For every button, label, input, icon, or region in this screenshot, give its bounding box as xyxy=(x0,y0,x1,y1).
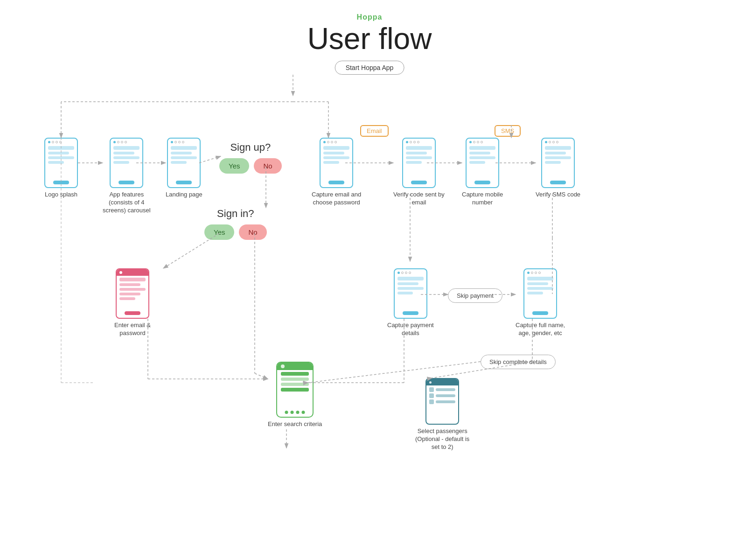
phone-app-features xyxy=(110,138,143,188)
label-verify-sms: Verify SMS code xyxy=(536,191,580,199)
node-verify-sms: Verify SMS code xyxy=(536,138,580,199)
phone-capture-mobile xyxy=(466,138,499,188)
node-capture-email: Capture email andchoose password xyxy=(312,138,361,207)
skip-complete-button[interactable]: Skip complete details xyxy=(481,355,556,369)
label-capture-fullname: Capture full name,age, gender, etc xyxy=(516,322,565,337)
sms-tag-container: SMS xyxy=(495,125,521,137)
flow-arrows xyxy=(0,0,739,560)
phone-enter-email-pw xyxy=(116,268,149,319)
signup-no[interactable]: No xyxy=(254,158,281,174)
label-landing-page: Landing page xyxy=(166,191,202,199)
email-tag-container: Email xyxy=(360,125,389,137)
node-verify-email: Verify code sent byemail xyxy=(393,138,445,207)
phone-passengers xyxy=(425,378,459,425)
label-select-passengers: Select passengers(Optional - default iss… xyxy=(415,427,469,451)
node-capture-payment: Capture paymentdetails xyxy=(387,268,434,337)
label-enter-email-pw: Enter email &password xyxy=(114,322,151,337)
label-verify-email: Verify code sent byemail xyxy=(393,191,445,207)
skip-payment-button[interactable]: Skip payment xyxy=(448,288,502,303)
phone-capture-payment xyxy=(394,268,427,319)
node-logo-splash: Logo splash xyxy=(44,138,78,199)
label-app-features: App features(consists of 4screens) carou… xyxy=(103,191,151,215)
node-enter-email-pw: Enter email &password xyxy=(114,268,151,337)
node-capture-mobile: Capture mobilenumber xyxy=(462,138,503,207)
label-logo-splash: Logo splash xyxy=(45,191,77,199)
phone-landing xyxy=(167,138,201,188)
node-capture-fullname: Capture full name,age, gender, etc xyxy=(516,268,565,337)
label-search-criteria: Enter search criteria xyxy=(268,420,322,428)
page-title: User flow xyxy=(0,22,739,55)
signin-no[interactable]: No xyxy=(239,224,266,240)
signup-question: Sign up? xyxy=(230,141,271,154)
brand-label: Hoppa xyxy=(0,13,739,21)
decision-signup: Sign up? Yes No xyxy=(219,141,282,174)
header: Hoppa User flow xyxy=(0,0,739,55)
svg-line-7 xyxy=(199,156,221,163)
start-button[interactable]: Start Hoppa App xyxy=(335,61,404,75)
sms-badge: SMS xyxy=(495,125,521,137)
label-capture-mobile: Capture mobilenumber xyxy=(462,191,503,207)
phone-capture-fullname xyxy=(523,268,557,319)
node-app-features: App features(consists of 4screens) carou… xyxy=(103,138,151,215)
skip-payment-container: Skip payment xyxy=(448,288,502,303)
signin-yes[interactable]: Yes xyxy=(204,224,234,240)
label-capture-payment: Capture paymentdetails xyxy=(387,322,434,337)
skip-complete-container: Skip complete details xyxy=(481,355,556,369)
signup-yes[interactable]: Yes xyxy=(219,158,249,174)
node-search-criteria: Enter search criteria xyxy=(268,362,322,428)
phone-verify-email xyxy=(402,138,436,188)
signin-question: Sign in? xyxy=(217,208,254,220)
svg-line-16 xyxy=(255,373,268,379)
decision-signin: Sign in? Yes No xyxy=(204,208,267,240)
phone-capture-email xyxy=(320,138,353,188)
node-select-passengers: Select passengers(Optional - default iss… xyxy=(415,378,469,451)
phone-search xyxy=(276,362,314,418)
label-capture-email: Capture email andchoose password xyxy=(312,191,361,207)
node-landing-page: Landing page xyxy=(166,138,202,199)
phone-logo-splash xyxy=(44,138,78,188)
page-container: Hoppa User flow Start Hoppa App Logo spl… xyxy=(0,0,739,560)
phone-verify-sms xyxy=(541,138,575,188)
email-badge: Email xyxy=(360,125,389,137)
